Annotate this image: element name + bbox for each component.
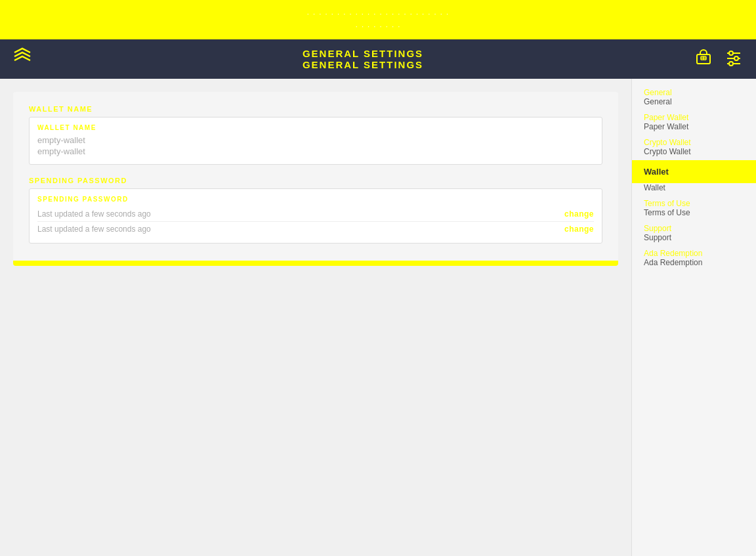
spending-password-field-box: SPENDING PASSWORD Last updated a few sec… bbox=[29, 188, 602, 244]
sidebar-paper-wallet-yellow: Paper Wallet bbox=[632, 110, 756, 122]
wallet-name-value2: empty-wallet bbox=[37, 146, 594, 156]
sidebar: General General Paper Wallet Paper Walle… bbox=[631, 79, 756, 556]
header-icons bbox=[692, 45, 746, 73]
sidebar-wallet-dark: Wallet bbox=[632, 183, 756, 196]
sidebar-support-dark: Support bbox=[632, 233, 756, 246]
spending-change-btn-2[interactable]: change bbox=[564, 225, 594, 234]
main-layout: WALLET NAME WALLET NAME empty-wallet emp… bbox=[0, 79, 756, 556]
sidebar-general-dark: General bbox=[632, 97, 756, 110]
logo bbox=[10, 46, 34, 73]
spending-change-btn-1[interactable]: change bbox=[564, 209, 594, 219]
content-area: WALLET NAME WALLET NAME empty-wallet emp… bbox=[0, 79, 631, 556]
header-title-group: GENERAL SETTINGS GENERAL SETTINGS bbox=[303, 48, 423, 70]
header-title-line1: GENERAL SETTINGS bbox=[303, 48, 423, 59]
sidebar-crypto-wallet-dark: Crypto Wallet bbox=[632, 147, 756, 160]
bag-icon-button[interactable] bbox=[692, 45, 715, 73]
settings-card-bottom-bar bbox=[13, 261, 618, 266]
wallet-name-value1: empty-wallet bbox=[37, 135, 594, 145]
spending-outer-label: SPENDING PASSWORD bbox=[29, 177, 602, 184]
sidebar-support-yellow: Support bbox=[632, 221, 756, 233]
top-banner-text2: · · · · · · · · bbox=[355, 20, 400, 33]
sliders-icon-button[interactable] bbox=[722, 45, 746, 73]
spending-row1-text: Last updated a few seconds ago bbox=[37, 209, 151, 219]
sidebar-terms-yellow: Terms of Use bbox=[632, 196, 756, 208]
wallet-name-inner-label: WALLET NAME bbox=[37, 124, 594, 131]
top-banner: · · · · · · · · · · · · · · · · · · · · … bbox=[0, 0, 756, 39]
wallet-name-field-box: WALLET NAME empty-wallet empty-wallet bbox=[29, 117, 602, 165]
sidebar-crypto-wallet-yellow: Crypto Wallet bbox=[632, 135, 756, 147]
wallet-name-outer-label: WALLET NAME bbox=[29, 105, 602, 113]
top-banner-text1: · · · · · · · · · · · · · · · · · · · · … bbox=[307, 7, 450, 20]
sidebar-general-yellow: General bbox=[632, 85, 756, 97]
sidebar-ada-redemption-yellow: Ada Redemption bbox=[632, 246, 756, 258]
spending-row2-text: Last updated a few seconds ago bbox=[37, 225, 151, 234]
sidebar-wallet-label: Wallet bbox=[644, 167, 744, 177]
logo-icon bbox=[10, 46, 34, 73]
header-title-line2: GENERAL SETTINGS bbox=[303, 59, 423, 70]
sidebar-terms-dark: Terms of Use bbox=[632, 208, 756, 221]
spending-password-section: SPENDING PASSWORD SPENDING PASSWORD Last… bbox=[29, 177, 602, 244]
settings-card: WALLET NAME WALLET NAME empty-wallet emp… bbox=[13, 92, 618, 266]
sidebar-ada-redemption-dark: Ada Redemption bbox=[632, 258, 756, 271]
svg-point-7 bbox=[734, 56, 738, 60]
svg-point-5 bbox=[729, 51, 733, 55]
svg-point-9 bbox=[729, 62, 733, 66]
spending-inner-label: SPENDING PASSWORD bbox=[37, 196, 594, 203]
sidebar-paper-wallet-dark: Paper Wallet bbox=[632, 122, 756, 135]
sidebar-item-wallet[interactable]: Wallet bbox=[632, 160, 756, 183]
spending-row-1: Last updated a few seconds ago change bbox=[37, 207, 594, 221]
header: GENERAL SETTINGS GENERAL SETTINGS bbox=[0, 39, 756, 79]
spending-row-2: Last updated a few seconds ago change bbox=[37, 221, 594, 236]
